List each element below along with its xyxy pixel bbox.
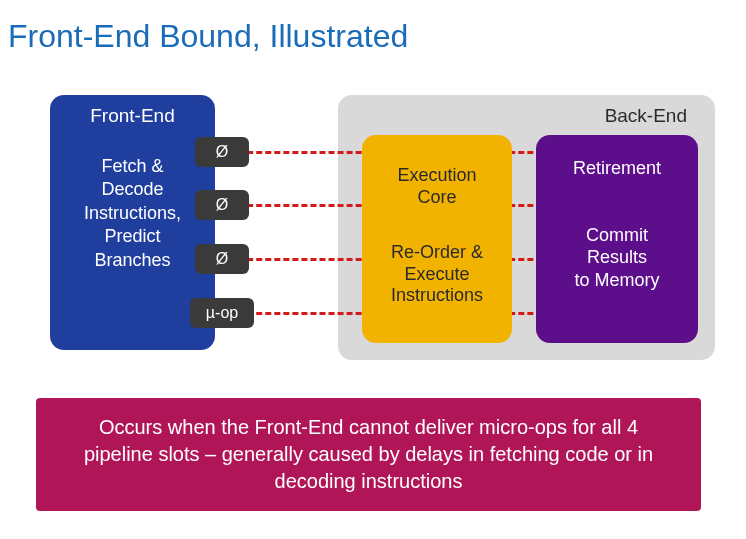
frontend-label: Front-End (50, 105, 215, 127)
frontend-line: Branches (50, 249, 215, 272)
frontend-line: Decode (50, 178, 215, 201)
retirement-desc-line: Results (536, 246, 698, 269)
execution-title-line: Execution (362, 165, 512, 187)
pipeline-slot-1: Ø (195, 137, 249, 167)
execution-desc-line: Instructions (362, 285, 512, 307)
retirement-desc-line: to Memory (536, 269, 698, 292)
frontend-line: Instructions, (50, 202, 215, 225)
page-title: Front-End Bound, Illustrated (0, 0, 746, 55)
pipeline-diagram: Front-End Fetch & Decode Instructions, P… (20, 95, 726, 375)
retirement-box: Retirement Commit Results to Memory (536, 135, 698, 343)
caption-text: Occurs when the Front-End cannot deliver… (84, 416, 653, 492)
retirement-desc: Commit Results to Memory (536, 224, 698, 292)
execution-desc-line: Execute (362, 264, 512, 286)
execution-core-box: Execution Core Re-Order & Execute Instru… (362, 135, 512, 343)
pipeline-slot-2: Ø (195, 190, 249, 220)
execution-desc-line: Re-Order & (362, 242, 512, 264)
frontend-desc: Fetch & Decode Instructions, Predict Bra… (50, 155, 215, 272)
execution-title-line: Core (362, 187, 512, 209)
frontend-line: Fetch & (50, 155, 215, 178)
caption-box: Occurs when the Front-End cannot deliver… (36, 398, 701, 511)
pipeline-slot-4: µ-op (190, 298, 254, 328)
execution-title: Execution Core (362, 165, 512, 208)
backend-label: Back-End (605, 105, 687, 126)
execution-desc: Re-Order & Execute Instructions (362, 242, 512, 307)
retirement-title: Retirement (536, 157, 698, 180)
frontend-line: Predict (50, 225, 215, 248)
retirement-desc-line: Commit (536, 224, 698, 247)
pipeline-slot-3: Ø (195, 244, 249, 274)
